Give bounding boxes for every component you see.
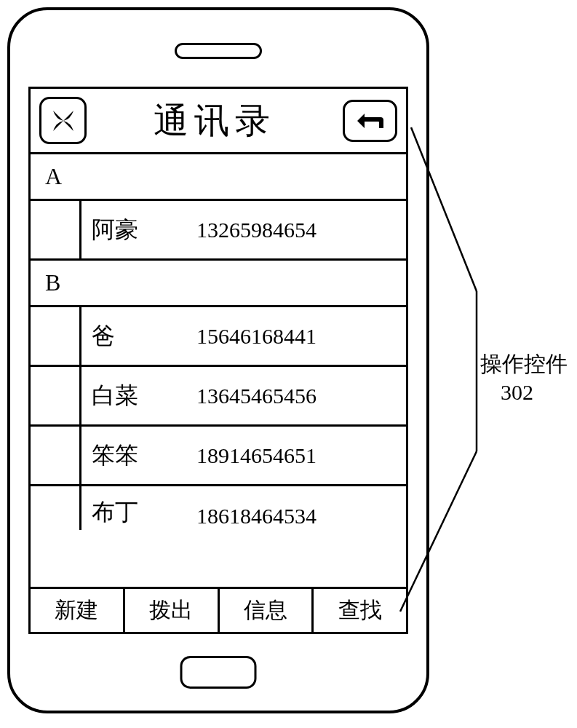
contact-row[interactable]: 阿豪 13265984654 <box>31 201 406 261</box>
contact-phone: 13265984654 <box>191 201 406 258</box>
contact-row[interactable]: 布丁 18618464534 <box>31 486 406 530</box>
header: 通讯录 <box>31 89 406 154</box>
bottom-bar: 新建 拨出 信息 查找 <box>31 587 406 632</box>
contact-phone: 18618464534 <box>191 486 406 530</box>
annotation-number: 302 <box>480 380 533 404</box>
info-button[interactable]: 信息 <box>220 589 314 632</box>
contact-phone: 18914654651 <box>191 427 406 484</box>
contact-name: 白菜 <box>81 367 191 424</box>
contact-row[interactable]: 白菜 13645465456 <box>31 367 406 427</box>
contact-phone: 13645465456 <box>191 367 406 424</box>
contact-name: 阿豪 <box>81 201 191 258</box>
home-button[interactable] <box>180 656 257 689</box>
section-header-b: B <box>31 261 406 307</box>
page-title: 通讯录 <box>95 98 334 144</box>
new-button[interactable]: 新建 <box>31 589 125 632</box>
annotation-label: 操作控件 302 <box>480 349 568 406</box>
contact-checkbox[interactable] <box>31 201 81 258</box>
contact-checkbox[interactable] <box>31 427 81 484</box>
screen: 通讯录 A 阿豪 13265984654 B 爸 15646168441 <box>28 87 408 634</box>
speaker <box>175 43 262 59</box>
contact-checkbox[interactable] <box>31 307 81 365</box>
app-icon[interactable] <box>39 97 87 144</box>
contact-name: 布丁 <box>81 486 191 530</box>
find-button[interactable]: 查找 <box>314 589 406 632</box>
contact-name: 笨笨 <box>81 427 191 484</box>
contact-checkbox[interactable] <box>31 367 81 424</box>
phone-frame: 通讯录 A 阿豪 13265984654 B 爸 15646168441 <box>7 7 429 713</box>
back-button[interactable] <box>343 100 397 142</box>
annotation-text: 操作控件 <box>480 352 568 376</box>
contact-phone: 15646168441 <box>191 307 406 365</box>
contact-row[interactable]: 爸 15646168441 <box>31 307 406 367</box>
dial-button[interactable]: 拨出 <box>125 589 220 632</box>
section-header-a: A <box>31 154 406 201</box>
contact-checkbox[interactable] <box>31 486 81 530</box>
contact-name: 爸 <box>81 307 191 365</box>
contact-list: A 阿豪 13265984654 B 爸 15646168441 白菜 1364… <box>31 154 406 587</box>
contact-row[interactable]: 笨笨 18914654651 <box>31 427 406 486</box>
